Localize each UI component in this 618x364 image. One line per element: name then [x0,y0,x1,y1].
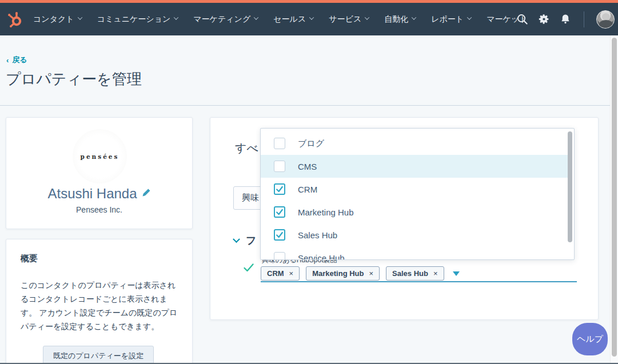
notifications-bell-icon[interactable] [559,13,572,26]
nav-divider [584,11,584,27]
saved-check-icon [243,262,254,275]
nav-menu: コンタクト コミュニケーション マーケティング セールス サービス 自動化 レポ… [33,3,524,35]
search-icon[interactable] [516,13,528,26]
overview-description: このコンタクトのプロパティーは表示されるコンタクトレコードごとに表示されます。 … [21,278,184,333]
nav-item-contacts[interactable]: コンタクト [33,14,82,25]
nav-right-controls [516,3,615,35]
selected-tag: Marketing Hub× [306,266,380,281]
dropdown-option-cms[interactable]: CMS [261,155,568,178]
dropdown-option-sales-hub[interactable]: Sales Hub [261,223,568,246]
hubspot-logo-icon[interactable] [6,11,23,28]
back-link[interactable]: ‹ 戻る [6,55,27,65]
company-logo-text: pensées [81,153,119,160]
nav-item-label: レポート [431,14,464,25]
nav-item-service[interactable]: サービス [329,14,369,25]
dropdown-scrollbar-thumb[interactable] [568,131,572,242]
nav-item-label: サービス [329,14,361,25]
chevron-down-icon [233,235,240,243]
hubspot-window: コンタクト コミュニケーション マーケティング セールス サービス 自動化 レポ… [0,0,618,364]
page-scrollbar-track[interactable] [610,35,618,364]
dropdown-caret-icon[interactable] [453,271,460,276]
checkbox-unchecked[interactable] [274,138,285,149]
checkbox-unchecked[interactable] [274,161,285,172]
top-navbar: コンタクト コミュニケーション マーケティング セールス サービス 自動化 レポ… [0,3,618,35]
page-scrollbar-thumb[interactable] [612,38,617,357]
nav-item-sales[interactable]: セールス [273,14,313,25]
chevron-down-icon [309,15,314,19]
chevron-down-icon [467,15,472,19]
chevron-down-icon [412,15,416,19]
overview-card: 概要 このコンタクトのプロパティーは表示されるコンタクトレコードごとに表示されま… [6,239,193,364]
checkbox-unchecked[interactable] [274,252,285,260]
edit-pencil-icon[interactable] [142,185,151,201]
tag-label: CRM [267,269,284,278]
option-label: Service Hub [298,253,345,261]
back-chevron-icon: ‹ [6,56,9,65]
header-divider [0,105,610,106]
checkbox-checked[interactable] [274,183,285,195]
multiselect-dropdown: ブログ CMS CRM Marketing Hub Sales Hub Serv… [260,128,575,260]
selected-tag: Sales Hub× [386,266,444,281]
nav-item-label: セールス [273,14,306,25]
remove-tag-icon[interactable]: × [433,269,438,278]
option-label: Sales Hub [298,230,337,240]
selected-tag: CRM× [261,266,300,281]
option-label: ブログ [298,138,324,149]
set-default-properties-button[interactable]: 既定のプロパティーを設定 [43,346,154,364]
back-label: 戻る [12,55,27,65]
tag-label: Sales Hub [392,269,428,278]
user-avatar[interactable] [596,10,615,29]
option-label: CMS [298,162,317,171]
properties-heading: すべ [235,141,258,156]
contact-profile-card: pensées Atsushi Handa Pensees Inc. [6,117,193,229]
nav-item-reports[interactable]: レポート [431,14,471,25]
nav-item-marketing[interactable]: マーケティング [193,14,258,25]
contact-name-text: Atsushi Handa [47,186,137,201]
chevron-down-icon [77,15,82,19]
option-label: CRM [298,185,317,194]
multiselect-input[interactable]: CRM× Marketing Hub× Sales Hub× [261,266,460,281]
remove-tag-icon[interactable]: × [369,269,374,278]
chevron-down-icon [365,15,369,19]
checkbox-checked[interactable] [274,206,285,218]
chevron-down-icon [254,15,258,19]
nav-item-automation[interactable]: 自動化 [384,14,416,25]
section-label: フ [246,234,256,247]
nav-item-label: コミュニケーション [97,14,171,25]
nav-item-label: コンタクト [33,14,74,25]
remove-tag-icon[interactable]: × [289,269,294,278]
dropdown-option-crm[interactable]: CRM [261,178,568,201]
dropdown-option-marketing-hub[interactable]: Marketing Hub [261,201,568,223]
contact-company: Pensees Inc. [6,205,192,214]
overview-title: 概要 [21,253,38,264]
section-toggle[interactable]: フ [234,234,256,247]
nav-item-label: 自動化 [384,14,408,25]
dropdown-option-service-hub[interactable]: Service Hub [261,246,568,260]
help-button[interactable]: ヘルプ [572,323,608,355]
chevron-down-icon [174,15,178,19]
tag-label: Marketing Hub [312,269,364,278]
page-title: プロパティーを管理 [6,69,142,89]
contact-name: Atsushi Handa [6,185,192,202]
input-focus-underline [261,281,577,282]
nav-item-communication[interactable]: コミュニケーション [97,14,178,25]
nav-item-label: マーケティング [193,14,250,25]
dropdown-option-blog[interactable]: ブログ [261,132,568,155]
option-label: Marketing Hub [298,207,354,217]
company-logo: pensées [73,129,127,183]
settings-gear-icon[interactable] [537,13,550,26]
checkbox-checked[interactable] [274,229,285,241]
